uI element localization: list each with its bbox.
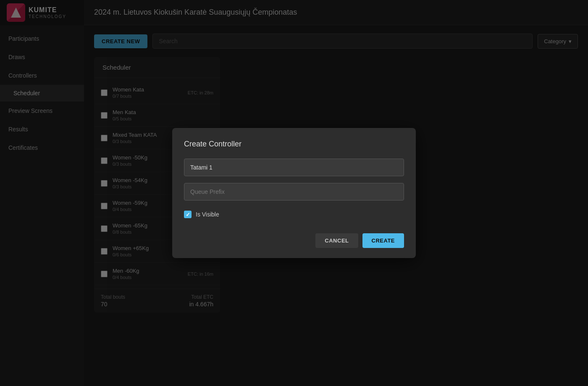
modal-overlay: Create Controller ✓ Is Visible CANCEL CR…: [0, 0, 588, 386]
cancel-button[interactable]: CANCEL: [315, 233, 358, 248]
is-visible-row: ✓ Is Visible: [184, 207, 404, 222]
check-icon: ✓: [186, 212, 190, 217]
modal-title: Create Controller: [184, 140, 404, 149]
create-button[interactable]: CREATE: [362, 233, 404, 248]
queue-prefix-input[interactable]: [184, 183, 404, 201]
is-visible-label: Is Visible: [196, 211, 219, 218]
modal-actions: CANCEL CREATE: [184, 233, 404, 248]
queue-prefix-field: [184, 183, 404, 201]
is-visible-checkbox[interactable]: ✓: [184, 211, 192, 218]
create-controller-modal: Create Controller ✓ Is Visible CANCEL CR…: [172, 128, 416, 258]
name-input[interactable]: [184, 159, 404, 176]
name-field: [184, 159, 404, 176]
